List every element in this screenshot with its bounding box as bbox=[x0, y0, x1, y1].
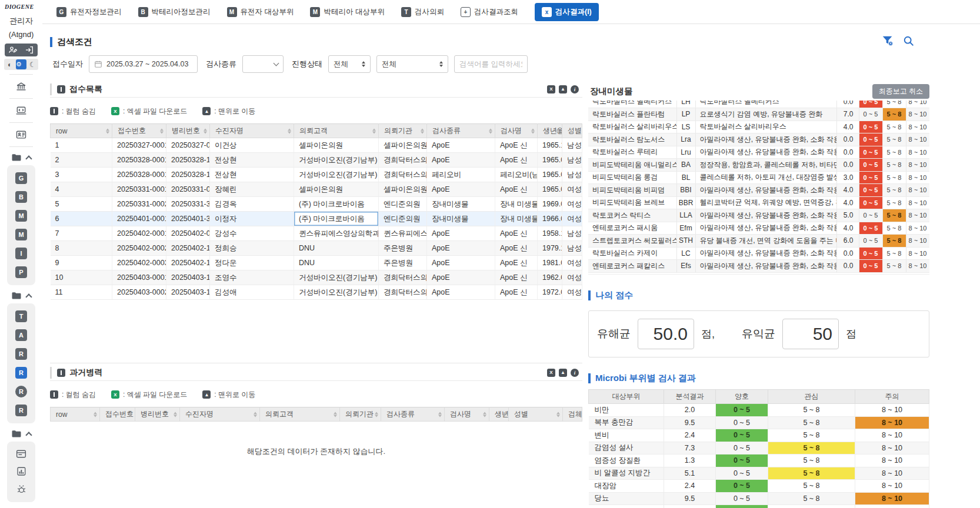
cell-organization[interactable]: 경희닥터스의원 bbox=[379, 153, 427, 168]
cell-microbe-name[interactable]: 락토코커스 락티스 bbox=[588, 209, 676, 222]
column-header[interactable]: 의뢰고객 bbox=[260, 407, 340, 422]
cell-sex[interactable]: 남성 bbox=[562, 138, 582, 153]
cell-birth-date[interactable]: 1965.12.12 bbox=[538, 138, 562, 153]
cell-microbe-code[interactable]: BA bbox=[676, 159, 695, 172]
cell-test-type[interactable]: 장내미생물 bbox=[427, 212, 495, 226]
cell-microbe-desc[interactable]: 아밀라아제 생산, 유당불내증 완화, 소화 작용 bbox=[695, 247, 836, 260]
cell-microbe-value[interactable]: 5.0 bbox=[836, 209, 859, 222]
cell-pathology-no[interactable]: 20250403-1002 bbox=[166, 285, 210, 300]
cell-receipt-no[interactable]: 20250403-0002 bbox=[112, 285, 166, 300]
cell-microbe-desc[interactable]: 콜레스테롤 저하, 아토피 개선, 대장염증 발생 억제 bbox=[695, 171, 836, 184]
cell-client[interactable]: 셀파이온의원 bbox=[294, 138, 379, 153]
cell-microbe-value[interactable]: 0.0 bbox=[836, 133, 859, 146]
cell-birth-date[interactable]: 1965.07.13 bbox=[538, 182, 562, 197]
cell-organization[interactable]: 경희닥터스의원 bbox=[379, 168, 427, 182]
cell-patient-name[interactable]: 김성애 bbox=[210, 285, 294, 300]
cell-microbe-code[interactable]: LC bbox=[676, 247, 695, 260]
column-header[interactable]: 병리번호 bbox=[135, 407, 180, 422]
cell-receipt-no[interactable]: 20250328-0001 bbox=[112, 168, 166, 182]
column-header[interactable]: 검사종류 bbox=[427, 124, 495, 138]
sidebar-menu-icon[interactable]: R bbox=[15, 386, 27, 397]
cell-microbe-value[interactable]: 0.0 bbox=[836, 260, 859, 273]
sidebar-menu-icon[interactable]: B bbox=[15, 191, 27, 203]
cell-microbe-desc[interactable]: 아밀라아제 생산, 유당불내증 완화, 소화 작용 bbox=[695, 184, 836, 197]
cell-microbe-name[interactable]: 스트렙토코커스 써모필러스 bbox=[588, 235, 676, 248]
cell-microbe-desc[interactable]: 아밀라아제 생산, 유당불내증 완화, 소화 작용 bbox=[695, 222, 836, 235]
cell-test-type[interactable]: ApoE bbox=[427, 241, 495, 256]
excel-download-icon[interactable]: X bbox=[547, 85, 555, 93]
cell-birth-date[interactable]: 1958.10.10 bbox=[538, 226, 562, 241]
cell-microbe-desc[interactable]: 헬리코박터균 억제, 위궤양 예방, 면역증강, 간 독성 보호 bbox=[695, 196, 836, 209]
cell-receipt-no[interactable]: 20250331-0001 bbox=[112, 182, 166, 197]
table-row[interactable]: 7 20250402-0001 20250402-0001 강성수 퀸스유피에스… bbox=[51, 226, 582, 241]
body-part-row[interactable]: 당뇨 9.5 0 ~ 5 5 ~ 8 8 ~ 10 bbox=[589, 492, 929, 505]
microbe-row[interactable]: 락토바실러스 카제이 LC 아밀라아제 생산, 유당불내증 완화, 소화 작용 … bbox=[588, 247, 929, 260]
cell-microbe-name[interactable]: 락토바실러스 람노서스 bbox=[588, 133, 676, 146]
table-row[interactable]: 10 20250403-0001 20250403-1001 조영수 거성바이오… bbox=[51, 270, 582, 285]
cell-client[interactable]: 퀸스유피에스영상의학과... bbox=[294, 226, 379, 241]
cell-sex[interactable]: 남성 bbox=[562, 168, 582, 182]
excel-download-icon[interactable]: X bbox=[547, 369, 555, 377]
cell-birth-date[interactable]: 1972.01.03 bbox=[538, 285, 562, 300]
cell-sex[interactable]: 남성 bbox=[562, 226, 582, 241]
cell-receipt-no[interactable]: 20250331-0002 bbox=[112, 197, 166, 212]
cell-microbe-name[interactable]: 비피도박테리움 롱검 bbox=[588, 171, 676, 184]
cell-microbe-code[interactable]: Lra bbox=[676, 133, 695, 146]
beneficial-score-input[interactable] bbox=[782, 319, 839, 349]
cell-test-type[interactable]: ApoE bbox=[427, 153, 495, 168]
column-header[interactable]: 접수번호 bbox=[100, 407, 135, 422]
cell-client[interactable]: 거성바이오진(경기남부) bbox=[294, 153, 379, 168]
sidebar-menu-icon[interactable]: I bbox=[15, 248, 27, 259]
profile-edit-icon[interactable] bbox=[8, 45, 18, 55]
cell-microbe-name[interactable]: 엔테로코커스 패칼리스 bbox=[588, 260, 676, 273]
folder-toggle-test[interactable] bbox=[0, 291, 42, 300]
sidebar-menu-icon[interactable]: G bbox=[15, 172, 27, 184]
gear-icon[interactable]: ⚙ bbox=[16, 59, 26, 69]
status-select[interactable]: 전체 bbox=[328, 55, 371, 73]
cell-receipt-no[interactable]: 20250402-0001 bbox=[112, 226, 166, 241]
cell-test-type[interactable]: ApoE bbox=[427, 256, 495, 270]
filter-clear-icon[interactable] bbox=[881, 34, 894, 47]
cell-analysis-value[interactable]: 2.0 bbox=[664, 404, 716, 417]
cell-patient-name[interactable]: 전상현 bbox=[210, 153, 294, 168]
nav-tab[interactable]: T 검사의뢰 bbox=[401, 7, 444, 17]
table-row[interactable]: 1 20250327-0001 20250327-0001 이건상 셀파이온의원… bbox=[51, 138, 582, 153]
table-row[interactable]: 9 20250402-0003 20250402-1002 정다운 DNU 주은… bbox=[51, 256, 582, 270]
microbe-row[interactable]: 락토바실러스 루테리 Lru 아밀라아제 생산, 유당불내증 완화, 소화 작용… bbox=[588, 146, 929, 159]
final-report-cancel-button[interactable]: 최종보고 취소 bbox=[872, 84, 929, 99]
search-input[interactable] bbox=[454, 55, 528, 73]
id-card-icon[interactable] bbox=[0, 127, 42, 142]
cell-body-part[interactable]: 변비 bbox=[589, 429, 664, 442]
cell-microbe-value[interactable]: 6.0 bbox=[836, 235, 859, 248]
cell-pathology-no[interactable]: 20250402-1002 bbox=[166, 256, 210, 270]
cell-test-name[interactable]: ApoE 신 bbox=[495, 138, 538, 153]
cell-client[interactable]: (주) 마이크로바이옴 bbox=[294, 197, 379, 212]
cell-client[interactable]: 거성바이오진(경기남부) bbox=[294, 285, 379, 300]
cell-test-name[interactable]: ApoE 신 bbox=[495, 285, 538, 300]
cell-microbe-desc[interactable]: 요로생식기 감염 예방, 유당불내증 완화 bbox=[695, 108, 836, 121]
logout-icon[interactable] bbox=[25, 45, 34, 55]
cell-row-no[interactable]: 6 bbox=[51, 212, 112, 226]
cell-microbe-code[interactable]: LS bbox=[676, 121, 695, 133]
sidebar-menu-icon[interactable]: M bbox=[15, 229, 27, 240]
cell-body-part[interactable]: 비 알콜성 지방간 bbox=[589, 467, 664, 480]
cell-receipt-no[interactable]: 20250328-0001 bbox=[112, 153, 166, 168]
cell-organization[interactable]: 경희닥터스의원 bbox=[379, 285, 427, 300]
column-header[interactable]: 성별 bbox=[509, 407, 563, 422]
cell-test-type[interactable]: ApoE bbox=[427, 182, 495, 197]
cell-microbe-code[interactable]: BBR bbox=[676, 196, 695, 209]
nav-tab[interactable]: M 박테리아 대상부위 bbox=[310, 7, 384, 17]
cell-analysis-value[interactable]: 2.4 bbox=[664, 429, 716, 442]
table-row[interactable]: 3 20250328-0001 20250328-1001 전상현 거성바이오진… bbox=[51, 168, 582, 182]
cell-organization[interactable]: 엔디준의원 bbox=[379, 212, 427, 226]
table-row[interactable]: 4 20250331-0001 20250331-0001 장혜린 셀파이온의원… bbox=[51, 182, 582, 197]
cell-sex[interactable]: 여성 bbox=[562, 270, 582, 285]
cell-microbe-desc[interactable]: 아밀라아제 생산, 유당불내증 완화, 소화 작용 bbox=[695, 146, 836, 159]
cell-organization[interactable]: 셀파이온의원 bbox=[379, 182, 427, 197]
cell-microbe-value[interactable]: 0.0 bbox=[836, 146, 859, 159]
column-header[interactable]: 생년월일 bbox=[489, 407, 509, 422]
cell-body-part[interactable]: 대장암 bbox=[589, 480, 664, 493]
table-row[interactable]: 8 20250402-0002 20250402-1001 정희승 DNU 주은… bbox=[51, 241, 582, 256]
cell-microbe-name[interactable]: 비피도박테리움 애니멀리스 bbox=[588, 159, 676, 172]
moon-icon[interactable]: ☾ bbox=[27, 59, 38, 69]
